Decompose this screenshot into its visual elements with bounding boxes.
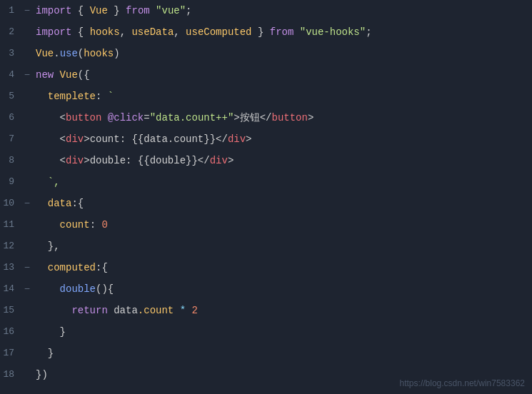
line-number: 9 bbox=[0, 171, 21, 193]
line-content: Vue.use(hooks) bbox=[33, 43, 532, 64]
code-line: 12 }, bbox=[0, 236, 532, 257]
line-content: } bbox=[33, 321, 532, 343]
line-number: 13 bbox=[0, 257, 21, 278]
code-line: 1─import { Vue } from "vue"; bbox=[0, 0, 532, 21]
code-line: 6 <button @click="data.count++">按钮</butt… bbox=[0, 107, 532, 128]
fold-icon[interactable]: ─ bbox=[21, 0, 33, 21]
code-line: 9 `, bbox=[0, 171, 532, 193]
fold-icon[interactable]: ─ bbox=[21, 64, 33, 86]
code-line: 3Vue.use(hooks) bbox=[0, 43, 532, 64]
line-number: 7 bbox=[0, 128, 21, 150]
line-content: <button @click="data.count++">按钮</button… bbox=[33, 107, 532, 128]
line-content: count: 0 bbox=[33, 214, 532, 236]
line-content: import { hooks, useData, useComputed } f… bbox=[33, 21, 532, 43]
line-number: 15 bbox=[0, 300, 21, 321]
code-line: 11 count: 0 bbox=[0, 214, 532, 236]
line-content: data:{ bbox=[33, 193, 532, 214]
line-number: 2 bbox=[0, 21, 21, 43]
line-number: 5 bbox=[0, 86, 21, 107]
line-content: } bbox=[33, 343, 532, 364]
line-content: templete: ` bbox=[33, 86, 532, 107]
line-content: }, bbox=[33, 236, 532, 257]
line-content: import { Vue } from "vue"; bbox=[33, 0, 532, 21]
line-number: 3 bbox=[0, 43, 21, 64]
code-line: 2import { hooks, useData, useComputed } … bbox=[0, 21, 532, 43]
line-content: <div>count: {{data.count}}</div> bbox=[33, 128, 532, 150]
line-number: 1 bbox=[0, 0, 21, 21]
line-number: 14 bbox=[0, 278, 21, 300]
watermark: https://blog.csdn.net/win7583362 bbox=[400, 378, 525, 388]
code-line: 7 <div>count: {{data.count}}</div> bbox=[0, 128, 532, 150]
code-line: 4─new Vue({ bbox=[0, 64, 532, 86]
line-number: 4 bbox=[0, 64, 21, 86]
code-line: 16 } bbox=[0, 321, 532, 343]
line-number: 8 bbox=[0, 150, 21, 171]
code-editor: 1─import { Vue } from "vue";2import { ho… bbox=[0, 0, 532, 394]
line-number: 12 bbox=[0, 236, 21, 257]
line-number: 6 bbox=[0, 107, 21, 128]
code-line: 14─ double(){ bbox=[0, 278, 532, 300]
fold-icon[interactable]: ─ bbox=[21, 257, 33, 278]
code-line: 8 <div>double: {{double}}</div> bbox=[0, 150, 532, 171]
line-content: new Vue({ bbox=[33, 64, 532, 86]
fold-icon[interactable]: ─ bbox=[21, 193, 33, 214]
line-content: double(){ bbox=[33, 278, 532, 300]
fold-icon[interactable]: ─ bbox=[21, 278, 33, 300]
line-number: 11 bbox=[0, 214, 21, 236]
code-line: 17 } bbox=[0, 343, 532, 364]
line-content: `, bbox=[33, 171, 532, 193]
code-line: 15 return data.count * 2 bbox=[0, 300, 532, 321]
line-number: 17 bbox=[0, 343, 21, 364]
line-content: return data.count * 2 bbox=[33, 300, 532, 321]
code-line: 13─ computed:{ bbox=[0, 257, 532, 278]
line-content: <div>double: {{double}}</div> bbox=[33, 150, 532, 171]
line-number: 10 bbox=[0, 193, 21, 214]
code-line: 10─ data:{ bbox=[0, 193, 532, 214]
code-line: 5 templete: ` bbox=[0, 86, 532, 107]
line-number: 18 bbox=[0, 364, 21, 385]
line-number: 16 bbox=[0, 321, 21, 343]
line-content: computed:{ bbox=[33, 257, 532, 278]
